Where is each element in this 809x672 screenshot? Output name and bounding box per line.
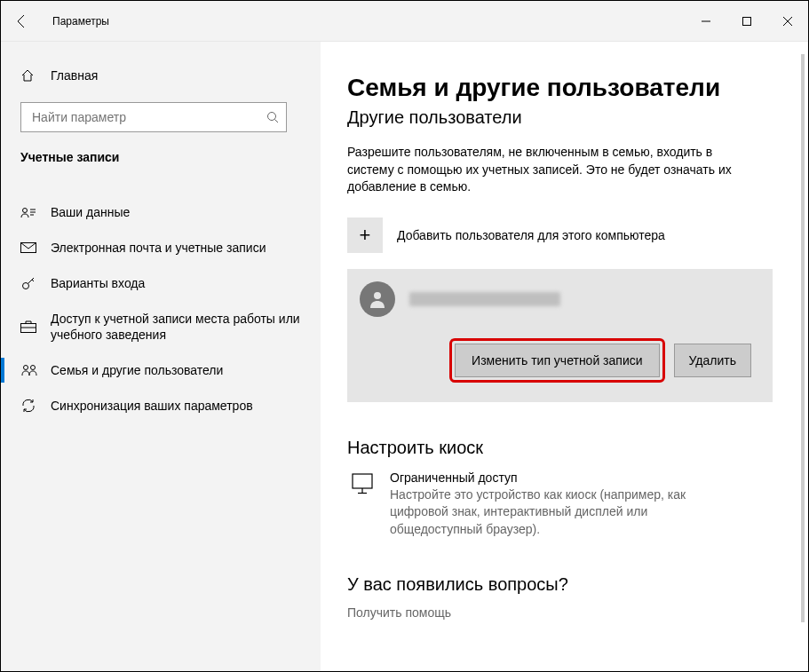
home-icon <box>20 68 51 83</box>
sidebar-item-email[interactable]: Электронная почта и учетные записи <box>1 230 321 265</box>
kiosk-setup-button[interactable]: Ограниченный доступ Настройте это устрой… <box>347 470 773 539</box>
svg-rect-19 <box>353 474 372 488</box>
svg-line-13 <box>32 280 34 281</box>
mail-icon <box>20 242 51 253</box>
close-button[interactable] <box>767 1 808 41</box>
sync-icon <box>20 398 51 414</box>
page-title: Семья и другие пользователи <box>347 74 773 102</box>
plus-icon: + <box>347 217 383 253</box>
sidebar-item-signin[interactable]: Варианты входа <box>1 265 321 301</box>
sidebar-item-label: Ваши данные <box>51 204 321 220</box>
add-user-button[interactable]: + Добавить пользователя для этого компью… <box>347 217 773 253</box>
svg-point-11 <box>23 283 29 289</box>
user-name-blurred <box>409 292 560 306</box>
add-user-label: Добавить пользователя для этого компьюте… <box>397 228 665 242</box>
help-heading: У вас появились вопросы? <box>347 574 773 595</box>
svg-point-16 <box>24 366 28 370</box>
sidebar-item-sync[interactable]: Синхронизация ваших параметров <box>1 388 321 423</box>
change-account-type-button[interactable]: Изменить тип учетной записи <box>455 344 659 377</box>
search-icon <box>266 111 279 123</box>
key-icon <box>20 275 51 291</box>
section-description: Разрешите пользователям, не включенным в… <box>347 144 756 196</box>
maximize-button[interactable] <box>726 1 767 41</box>
svg-line-5 <box>275 120 279 123</box>
sidebar-item-label: Семья и другие пользователи <box>51 362 321 378</box>
kiosk-title: Ограниченный доступ <box>390 470 710 485</box>
home-label: Главная <box>51 68 98 83</box>
kiosk-heading: Настроить киоск <box>347 438 773 458</box>
delete-user-button[interactable]: Удалить <box>674 344 751 377</box>
minimize-button[interactable] <box>686 1 726 41</box>
sidebar-category: Учетные записи <box>1 150 321 177</box>
sidebar-item-work[interactable]: Доступ к учетной записи места работы или… <box>1 301 321 352</box>
kiosk-description: Настройте это устройство как киоск (напр… <box>390 486 710 539</box>
home-link[interactable]: Главная <box>1 58 321 93</box>
briefcase-icon <box>20 320 51 333</box>
back-button[interactable] <box>1 1 42 41</box>
search-box[interactable] <box>20 102 287 132</box>
page-subtitle: Другие пользователи <box>347 107 773 128</box>
svg-point-17 <box>31 366 36 370</box>
sidebar: Главная Учетные записи Ваши данные <box>1 42 321 671</box>
sidebar-item-label: Доступ к учетной записи места работы или… <box>51 311 321 343</box>
svg-point-6 <box>23 209 28 213</box>
svg-rect-1 <box>743 17 751 25</box>
svg-point-4 <box>268 113 276 121</box>
avatar <box>360 281 395 317</box>
sidebar-item-label: Варианты входа <box>51 275 321 291</box>
window-title: Параметры <box>52 15 109 28</box>
highlight-annotation: Изменить тип учетной записи <box>449 338 664 383</box>
titlebar: Параметры <box>1 1 808 42</box>
kiosk-icon <box>347 472 377 495</box>
scrollbar[interactable] <box>801 54 805 622</box>
sidebar-item-label: Электронная почта и учетные записи <box>51 240 321 256</box>
family-icon <box>20 364 51 376</box>
get-help-link[interactable]: Получить помощь <box>347 605 773 620</box>
sidebar-item-your-info[interactable]: Ваши данные <box>1 194 321 230</box>
search-input[interactable] <box>32 110 266 124</box>
svg-point-18 <box>374 292 381 299</box>
user-item-expanded[interactable]: Изменить тип учетной записи Удалить <box>347 269 773 402</box>
sidebar-item-label: Синхронизация ваших параметров <box>51 398 321 414</box>
person-card-icon <box>20 206 51 218</box>
sidebar-item-family[interactable]: Семья и другие пользователи <box>1 352 321 388</box>
content-area: Семья и другие пользователи Другие польз… <box>321 42 808 671</box>
